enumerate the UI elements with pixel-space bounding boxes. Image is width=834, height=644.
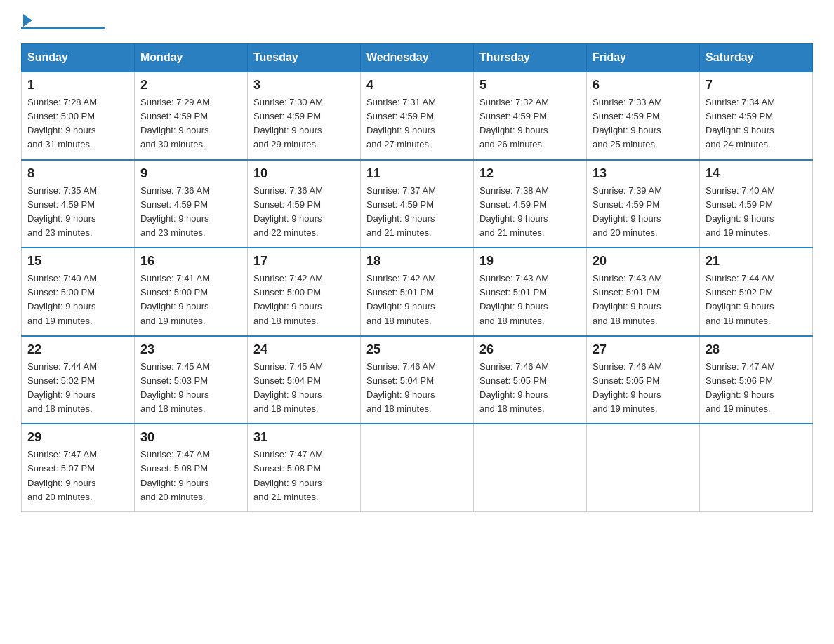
calendar-header-row: SundayMondayTuesdayWednesdayThursdayFrid… bbox=[22, 44, 813, 72]
col-header-tuesday: Tuesday bbox=[248, 44, 361, 72]
col-header-thursday: Thursday bbox=[474, 44, 587, 72]
day-number: 28 bbox=[706, 342, 807, 357]
calendar-cell: 10 Sunrise: 7:36 AMSunset: 4:59 PMDaylig… bbox=[248, 160, 361, 248]
col-header-monday: Monday bbox=[135, 44, 248, 72]
calendar-week-row: 22 Sunrise: 7:44 AMSunset: 5:02 PMDaylig… bbox=[22, 336, 813, 424]
calendar-cell: 27 Sunrise: 7:46 AMSunset: 5:05 PMDaylig… bbox=[587, 336, 700, 424]
day-number: 1 bbox=[27, 78, 128, 93]
calendar-cell: 15 Sunrise: 7:40 AMSunset: 5:00 PMDaylig… bbox=[22, 248, 135, 336]
day-number: 10 bbox=[253, 166, 355, 181]
day-info: Sunrise: 7:33 AMSunset: 4:59 PMDaylight:… bbox=[593, 95, 694, 152]
day-info: Sunrise: 7:34 AMSunset: 4:59 PMDaylight:… bbox=[706, 95, 807, 152]
calendar-cell: 31 Sunrise: 7:47 AMSunset: 5:08 PMDaylig… bbox=[248, 424, 361, 511]
day-number: 22 bbox=[27, 342, 128, 357]
day-number: 26 bbox=[479, 342, 581, 357]
col-header-saturday: Saturday bbox=[700, 44, 813, 72]
calendar-cell: 11 Sunrise: 7:37 AMSunset: 4:59 PMDaylig… bbox=[361, 160, 474, 248]
calendar-week-row: 29 Sunrise: 7:47 AMSunset: 5:07 PMDaylig… bbox=[22, 424, 813, 511]
calendar-cell: 22 Sunrise: 7:44 AMSunset: 5:02 PMDaylig… bbox=[22, 336, 135, 424]
calendar-cell: 24 Sunrise: 7:45 AMSunset: 5:04 PMDaylig… bbox=[248, 336, 361, 424]
day-number: 4 bbox=[366, 78, 468, 93]
day-number: 14 bbox=[706, 166, 807, 181]
day-info: Sunrise: 7:37 AMSunset: 4:59 PMDaylight:… bbox=[366, 184, 468, 241]
day-number: 17 bbox=[253, 254, 355, 269]
day-number: 16 bbox=[140, 254, 241, 269]
calendar-cell: 16 Sunrise: 7:41 AMSunset: 5:00 PMDaylig… bbox=[135, 248, 248, 336]
day-info: Sunrise: 7:47 AMSunset: 5:07 PMDaylight:… bbox=[27, 448, 128, 504]
calendar-cell: 30 Sunrise: 7:47 AMSunset: 5:08 PMDaylig… bbox=[135, 424, 248, 511]
calendar-cell bbox=[361, 424, 474, 511]
day-info: Sunrise: 7:39 AMSunset: 4:59 PMDaylight:… bbox=[593, 184, 694, 241]
calendar-cell: 25 Sunrise: 7:46 AMSunset: 5:04 PMDaylig… bbox=[361, 336, 474, 424]
calendar-cell: 12 Sunrise: 7:38 AMSunset: 4:59 PMDaylig… bbox=[474, 160, 587, 248]
day-number: 24 bbox=[253, 342, 355, 357]
day-number: 2 bbox=[140, 78, 241, 93]
day-info: Sunrise: 7:46 AMSunset: 5:05 PMDaylight:… bbox=[593, 360, 694, 417]
day-info: Sunrise: 7:29 AMSunset: 4:59 PMDaylight:… bbox=[140, 95, 241, 152]
day-info: Sunrise: 7:32 AMSunset: 4:59 PMDaylight:… bbox=[479, 95, 581, 152]
day-info: Sunrise: 7:40 AMSunset: 5:00 PMDaylight:… bbox=[27, 271, 128, 328]
calendar-cell: 3 Sunrise: 7:30 AMSunset: 4:59 PMDayligh… bbox=[248, 72, 361, 160]
calendar-cell: 21 Sunrise: 7:44 AMSunset: 5:02 PMDaylig… bbox=[700, 248, 813, 336]
day-number: 11 bbox=[366, 166, 468, 181]
logo-underline bbox=[21, 27, 105, 29]
day-info: Sunrise: 7:42 AMSunset: 5:00 PMDaylight:… bbox=[253, 271, 355, 328]
day-number: 5 bbox=[479, 78, 581, 93]
day-number: 29 bbox=[27, 430, 128, 445]
day-number: 8 bbox=[27, 166, 128, 181]
logo-triangle-icon bbox=[23, 14, 32, 27]
col-header-sunday: Sunday bbox=[22, 44, 135, 72]
day-info: Sunrise: 7:47 AMSunset: 5:06 PMDaylight:… bbox=[706, 360, 807, 417]
calendar-cell: 2 Sunrise: 7:29 AMSunset: 4:59 PMDayligh… bbox=[135, 72, 248, 160]
calendar-cell bbox=[700, 424, 813, 511]
day-info: Sunrise: 7:43 AMSunset: 5:01 PMDaylight:… bbox=[593, 271, 694, 328]
calendar-cell: 19 Sunrise: 7:43 AMSunset: 5:01 PMDaylig… bbox=[474, 248, 587, 336]
day-number: 15 bbox=[27, 254, 128, 269]
day-number: 9 bbox=[140, 166, 241, 181]
day-info: Sunrise: 7:31 AMSunset: 4:59 PMDaylight:… bbox=[366, 95, 468, 152]
day-info: Sunrise: 7:46 AMSunset: 5:04 PMDaylight:… bbox=[366, 360, 468, 417]
day-number: 27 bbox=[593, 342, 694, 357]
day-number: 31 bbox=[253, 430, 355, 445]
day-info: Sunrise: 7:38 AMSunset: 4:59 PMDaylight:… bbox=[479, 184, 581, 241]
calendar-cell: 18 Sunrise: 7:42 AMSunset: 5:01 PMDaylig… bbox=[361, 248, 474, 336]
calendar-table: SundayMondayTuesdayWednesdayThursdayFrid… bbox=[21, 43, 813, 512]
calendar-cell: 29 Sunrise: 7:47 AMSunset: 5:07 PMDaylig… bbox=[22, 424, 135, 511]
calendar-cell: 13 Sunrise: 7:39 AMSunset: 4:59 PMDaylig… bbox=[587, 160, 700, 248]
day-number: 3 bbox=[253, 78, 355, 93]
day-number: 30 bbox=[140, 430, 241, 445]
calendar-cell: 6 Sunrise: 7:33 AMSunset: 4:59 PMDayligh… bbox=[587, 72, 700, 160]
day-info: Sunrise: 7:44 AMSunset: 5:02 PMDaylight:… bbox=[706, 271, 807, 328]
calendar-cell: 17 Sunrise: 7:42 AMSunset: 5:00 PMDaylig… bbox=[248, 248, 361, 336]
calendar-cell: 23 Sunrise: 7:45 AMSunset: 5:03 PMDaylig… bbox=[135, 336, 248, 424]
calendar-cell: 7 Sunrise: 7:34 AMSunset: 4:59 PMDayligh… bbox=[700, 72, 813, 160]
day-number: 18 bbox=[366, 254, 468, 269]
day-info: Sunrise: 7:45 AMSunset: 5:04 PMDaylight:… bbox=[253, 360, 355, 417]
day-number: 12 bbox=[479, 166, 581, 181]
day-info: Sunrise: 7:40 AMSunset: 4:59 PMDaylight:… bbox=[706, 184, 807, 241]
calendar-week-row: 1 Sunrise: 7:28 AMSunset: 5:00 PMDayligh… bbox=[22, 72, 813, 160]
calendar-cell: 14 Sunrise: 7:40 AMSunset: 4:59 PMDaylig… bbox=[700, 160, 813, 248]
day-info: Sunrise: 7:44 AMSunset: 5:02 PMDaylight:… bbox=[27, 360, 128, 417]
page-header bbox=[21, 14, 813, 29]
day-info: Sunrise: 7:45 AMSunset: 5:03 PMDaylight:… bbox=[140, 360, 241, 417]
calendar-week-row: 8 Sunrise: 7:35 AMSunset: 4:59 PMDayligh… bbox=[22, 160, 813, 248]
day-info: Sunrise: 7:41 AMSunset: 5:00 PMDaylight:… bbox=[140, 271, 241, 328]
calendar-cell: 28 Sunrise: 7:47 AMSunset: 5:06 PMDaylig… bbox=[700, 336, 813, 424]
day-info: Sunrise: 7:42 AMSunset: 5:01 PMDaylight:… bbox=[366, 271, 468, 328]
calendar-cell: 26 Sunrise: 7:46 AMSunset: 5:05 PMDaylig… bbox=[474, 336, 587, 424]
calendar-week-row: 15 Sunrise: 7:40 AMSunset: 5:00 PMDaylig… bbox=[22, 248, 813, 336]
day-number: 23 bbox=[140, 342, 241, 357]
col-header-wednesday: Wednesday bbox=[361, 44, 474, 72]
calendar-cell: 8 Sunrise: 7:35 AMSunset: 4:59 PMDayligh… bbox=[22, 160, 135, 248]
day-number: 13 bbox=[593, 166, 694, 181]
calendar-cell bbox=[474, 424, 587, 511]
day-number: 6 bbox=[593, 78, 694, 93]
day-info: Sunrise: 7:43 AMSunset: 5:01 PMDaylight:… bbox=[479, 271, 581, 328]
day-number: 7 bbox=[706, 78, 807, 93]
day-info: Sunrise: 7:36 AMSunset: 4:59 PMDaylight:… bbox=[140, 184, 241, 241]
logo bbox=[21, 14, 105, 29]
calendar-cell: 4 Sunrise: 7:31 AMSunset: 4:59 PMDayligh… bbox=[361, 72, 474, 160]
day-info: Sunrise: 7:46 AMSunset: 5:05 PMDaylight:… bbox=[479, 360, 581, 417]
day-info: Sunrise: 7:36 AMSunset: 4:59 PMDaylight:… bbox=[253, 184, 355, 241]
